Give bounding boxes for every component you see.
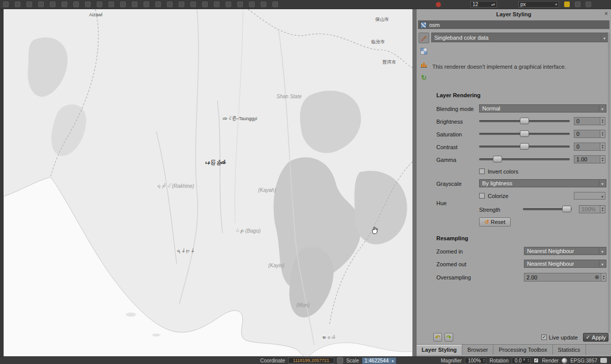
saturation-slider[interactable] bbox=[479, 130, 570, 137]
log-messages-icon[interactable] bbox=[600, 358, 607, 363]
font-size-input[interactable]: 12 ▴▾ bbox=[470, 1, 497, 8]
scale-select[interactable]: 1:4622544 bbox=[362, 357, 396, 364]
tab-processing-toolbox[interactable]: Processing Toolbox bbox=[493, 345, 552, 355]
spinner-arrows-icon[interactable] bbox=[600, 143, 605, 150]
crs-icon[interactable] bbox=[562, 358, 567, 363]
toolbar-icon[interactable] bbox=[214, 2, 219, 7]
toolbar-icon[interactable] bbox=[179, 2, 184, 7]
toolbar-icon[interactable] bbox=[62, 2, 67, 7]
gamma-label: Gamma bbox=[436, 157, 456, 163]
saturation-value: 0 bbox=[576, 131, 600, 137]
contrast-slider[interactable] bbox=[479, 143, 570, 150]
tab-history-icon[interactable] bbox=[419, 72, 429, 83]
invert-colors-checkbox[interactable] bbox=[479, 169, 485, 174]
map-canvas[interactable]: Aizawl保山市临沧市普洱市Shan Stateတောင်ကြီး–Taung… bbox=[4, 9, 412, 356]
toolbar-icon[interactable] bbox=[226, 2, 231, 7]
tab-histogram-icon[interactable] bbox=[419, 59, 429, 70]
toolbar-icon[interactable] bbox=[120, 2, 126, 7]
tab-browser[interactable]: Browser bbox=[462, 345, 493, 355]
spinner-arrows-icon[interactable] bbox=[527, 358, 529, 362]
toolbar-icon[interactable] bbox=[38, 2, 44, 7]
tab-transparency-icon[interactable] bbox=[419, 46, 429, 57]
reset-button[interactable]: Reset bbox=[479, 217, 511, 227]
brightness-spinbox[interactable]: 0 bbox=[574, 117, 605, 125]
strength-value: 100% bbox=[581, 206, 600, 212]
toolbar-icon[interactable] bbox=[202, 2, 208, 7]
oversampling-spinbox[interactable]: 2.00 bbox=[524, 273, 606, 282]
spinner-arrows-icon[interactable] bbox=[483, 358, 485, 362]
tab-statistics[interactable]: Statistics bbox=[553, 345, 586, 355]
toolbar-icon[interactable] bbox=[73, 2, 79, 7]
layer-header[interactable]: osm bbox=[418, 20, 609, 29]
toolbar-icon[interactable] bbox=[144, 2, 149, 7]
toolbar-icon[interactable] bbox=[155, 2, 161, 7]
toolbar-icon[interactable] bbox=[132, 2, 137, 7]
blending-mode-select[interactable]: Normal bbox=[479, 104, 606, 113]
text-color-icon[interactable] bbox=[436, 2, 441, 7]
apply-button[interactable]: ✓ Apply bbox=[583, 333, 608, 342]
strength-spinbox[interactable]: 100% bbox=[579, 205, 605, 213]
brightness-slider[interactable] bbox=[479, 118, 570, 125]
grayscale-select[interactable]: By lightness bbox=[479, 179, 606, 187]
spinner-arrows-icon[interactable] bbox=[600, 156, 605, 163]
saturation-spinbox[interactable]: 0 bbox=[574, 130, 605, 138]
slider-handle[interactable] bbox=[520, 143, 529, 150]
rotation-spinbox[interactable]: 0.0 ° bbox=[512, 357, 531, 364]
toolbar-icon[interactable] bbox=[108, 2, 114, 7]
toolbar-icon[interactable] bbox=[50, 2, 55, 7]
check-icon: ✓ bbox=[586, 334, 590, 341]
spinner-arrows-icon[interactable] bbox=[600, 130, 605, 137]
apply-label: Apply bbox=[592, 334, 606, 341]
slider-handle[interactable] bbox=[562, 206, 571, 212]
toolbar-icon[interactable] bbox=[575, 2, 580, 7]
magnifier-label: Magnifier bbox=[441, 358, 462, 363]
toolbar-icon[interactable] bbox=[167, 2, 173, 7]
colorize-label: Colorize bbox=[488, 193, 508, 199]
slider-handle[interactable] bbox=[520, 118, 529, 124]
spinner-arrows-icon[interactable]: ▴▾ bbox=[491, 3, 495, 7]
coordinate-input[interactable] bbox=[288, 357, 334, 363]
toolbar-icon[interactable] bbox=[272, 2, 278, 7]
spinner-arrows-icon[interactable] bbox=[600, 118, 605, 125]
grayscale-label: Grayscale bbox=[436, 181, 462, 187]
gamma-spinbox[interactable]: 1.00 bbox=[574, 155, 605, 163]
toolbar-icon[interactable] bbox=[3, 2, 9, 7]
tab-symbology-icon[interactable] bbox=[419, 33, 429, 43]
close-icon[interactable]: × bbox=[604, 10, 608, 17]
font-unit-select[interactable]: px ▾ bbox=[518, 1, 559, 8]
crs-label[interactable]: EPSG:3857 bbox=[570, 358, 597, 363]
render-checkbox[interactable] bbox=[534, 358, 539, 363]
zoomed-in-select[interactable]: Nearest Neighbour bbox=[524, 247, 606, 255]
contrast-spinbox[interactable]: 0 bbox=[574, 143, 605, 151]
extents-icon[interactable] bbox=[337, 357, 343, 363]
magnifier-spinbox[interactable]: 100% bbox=[465, 357, 487, 364]
spinner-arrows-icon[interactable] bbox=[600, 206, 605, 213]
toolbar-icon[interactable] bbox=[237, 2, 243, 7]
toolbar-icon[interactable] bbox=[26, 2, 32, 7]
gamma-slider[interactable] bbox=[479, 156, 570, 163]
map-label: 普洱市 bbox=[382, 59, 396, 66]
tab-layer-styling[interactable]: Layer Styling bbox=[416, 345, 462, 355]
toolbar-icon[interactable] bbox=[15, 2, 20, 7]
slider-handle[interactable] bbox=[493, 156, 502, 162]
live-update-checkbox[interactable] bbox=[541, 334, 547, 340]
undo-style-button[interactable] bbox=[433, 333, 442, 342]
redo-style-button[interactable] bbox=[445, 333, 453, 342]
panel-scrollbar[interactable] bbox=[608, 33, 610, 333]
highlight-color-icon[interactable] bbox=[564, 2, 570, 7]
colorize-color-swatch[interactable] bbox=[574, 192, 605, 200]
toolbar-icon[interactable] bbox=[249, 2, 255, 7]
toolbar-icon[interactable] bbox=[97, 2, 102, 7]
toolbar-icon[interactable] bbox=[85, 2, 91, 7]
clear-value-icon[interactable] bbox=[595, 274, 599, 281]
render-label: Render bbox=[542, 358, 559, 363]
zoomed-out-select[interactable]: Nearest Neighbour bbox=[524, 260, 606, 268]
toolbar-icon[interactable] bbox=[190, 2, 196, 7]
colorize-checkbox[interactable] bbox=[479, 193, 485, 199]
toolbar-icon[interactable] bbox=[261, 2, 266, 7]
slider-handle[interactable] bbox=[520, 130, 529, 137]
toolbar-icon[interactable] bbox=[586, 2, 591, 7]
strength-slider[interactable] bbox=[523, 206, 572, 213]
renderer-select[interactable]: Singleband color data bbox=[431, 33, 608, 42]
spinner-arrows-icon[interactable] bbox=[601, 273, 606, 281]
